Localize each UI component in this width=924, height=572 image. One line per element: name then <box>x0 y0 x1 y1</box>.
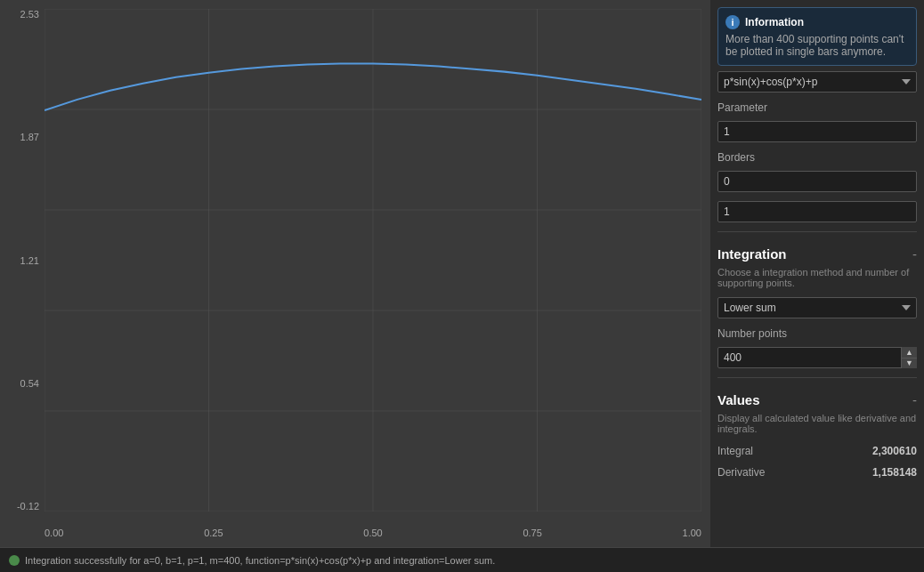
x-label-4: 1.00 <box>683 528 701 538</box>
derivative-row: Derivative 1,158148 <box>717 464 917 480</box>
y-label-3: 0.54 <box>4 378 39 389</box>
info-icon: i <box>725 15 740 29</box>
function-select[interactable]: p*sin(x)+cos(p*x)+p <box>717 71 917 93</box>
border-to-input[interactable] <box>717 201 917 222</box>
integration-title: Integration <box>717 246 787 262</box>
main-area: 2.53 1.87 1.21 0.54 -0.12 0.00 0 <box>0 0 924 547</box>
y-label-4: -0.12 <box>4 501 39 512</box>
parameter-input[interactable] <box>717 121 917 142</box>
y-label-0: 2.53 <box>4 9 39 20</box>
integral-value: 2,300610 <box>872 445 917 457</box>
y-label-1: 1.87 <box>4 132 39 142</box>
values-desc: Display all calculated value like deriva… <box>717 413 917 434</box>
points-decrement[interactable]: ▼ <box>901 359 917 369</box>
right-panel: i Information More than 400 supporting p… <box>710 0 924 547</box>
info-title-text: Information <box>745 16 804 28</box>
status-dot <box>9 555 20 566</box>
points-label: Number points <box>717 327 917 340</box>
points-input[interactable] <box>717 347 917 368</box>
values-header: Values - <box>717 392 917 407</box>
divider-2 <box>717 377 917 378</box>
derivative-label: Derivative <box>717 466 765 479</box>
info-box: i Information More than 400 supporting p… <box>717 7 917 66</box>
y-axis-labels: 2.53 1.87 1.21 0.54 -0.12 <box>4 9 39 512</box>
integral-label: Integral <box>717 445 753 457</box>
chart-area: 2.53 1.87 1.21 0.54 -0.12 0.00 0 <box>0 0 710 547</box>
status-text: Integration successfully for a=0, b=1, p… <box>25 555 495 566</box>
x-label-2: 0.50 <box>363 528 382 538</box>
integration-dash: - <box>912 246 917 262</box>
borders-label: Borders <box>717 151 917 164</box>
info-message: More than 400 supporting points can't be… <box>725 33 909 58</box>
chart-svg <box>45 9 701 512</box>
derivative-value: 1,158148 <box>872 466 917 479</box>
y-label-2: 1.21 <box>4 255 39 266</box>
points-spinners: ▲ ▼ <box>901 347 917 368</box>
status-bar: Integration successfully for a=0, b=1, p… <box>0 547 924 572</box>
integration-method-select[interactable]: Lower sum Upper sum Midpoint sum Trapezo… <box>717 297 917 318</box>
x-label-3: 0.75 <box>523 528 541 538</box>
info-title: i Information <box>725 15 909 29</box>
border-from-input[interactable] <box>717 171 917 192</box>
parameter-label: Parameter <box>717 101 917 114</box>
values-title: Values <box>717 392 760 407</box>
points-input-wrap: ▲ ▼ <box>717 347 917 368</box>
x-axis-labels: 0.00 0.25 0.50 0.75 1.00 <box>45 528 701 538</box>
integration-desc: Choose a integration method and number o… <box>717 267 917 288</box>
x-label-0: 0.00 <box>45 528 63 538</box>
points-increment[interactable]: ▲ <box>901 347 917 359</box>
integration-header: Integration - <box>717 246 917 262</box>
divider-1 <box>717 231 917 232</box>
values-dash: - <box>912 392 917 407</box>
x-label-1: 0.25 <box>204 528 223 538</box>
integral-row: Integral 2,300610 <box>717 443 917 459</box>
